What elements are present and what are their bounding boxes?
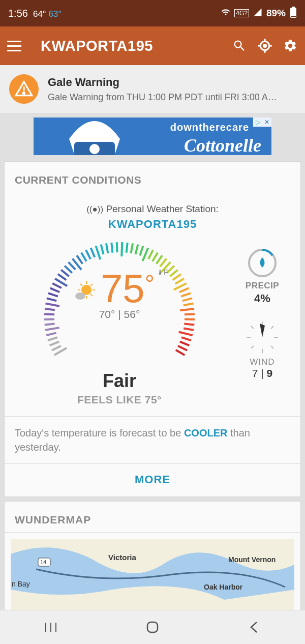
svg-line-90 bbox=[271, 326, 273, 329]
ad-brand: Cottonelle bbox=[184, 135, 261, 155]
wind-value: 7 | 9 bbox=[229, 367, 295, 379]
warning-icon bbox=[9, 74, 39, 104]
svg-line-51 bbox=[157, 255, 162, 264]
signal-icon bbox=[253, 8, 262, 19]
svg-line-70 bbox=[180, 342, 190, 345]
status-time: 1:56 bbox=[8, 8, 28, 19]
adchoices-icon[interactable]: ▷ bbox=[253, 118, 262, 127]
svg-line-71 bbox=[178, 346, 187, 350]
ad-controls[interactable]: ▷✕ bbox=[253, 118, 271, 127]
svg-line-88 bbox=[251, 326, 254, 329]
svg-line-39 bbox=[101, 245, 104, 254]
svg-line-42 bbox=[117, 242, 117, 252]
svg-line-69 bbox=[181, 337, 191, 340]
wundermap-heading: WUNDERMAP bbox=[5, 502, 300, 533]
wundermap-card: WUNDERMAP 14 Victoria Mount Vernon Oak H… bbox=[4, 501, 301, 610]
svg-text:Mount Vernon: Mount Vernon bbox=[228, 555, 276, 564]
svg-line-80 bbox=[90, 284, 93, 286]
pws-name[interactable]: KWAPORTA195 bbox=[5, 218, 300, 231]
more-button[interactable]: MORE bbox=[5, 463, 300, 496]
svg-point-10 bbox=[23, 92, 24, 94]
svg-line-41 bbox=[111, 243, 112, 253]
svg-line-44 bbox=[127, 243, 128, 253]
svg-line-72 bbox=[176, 350, 185, 355]
back-button[interactable] bbox=[247, 620, 262, 635]
conditions-heading: CURRENT CONDITIONS bbox=[5, 162, 300, 193]
temp-unit: 🌡F bbox=[157, 269, 168, 276]
svg-line-16 bbox=[48, 337, 57, 340]
alert-text: Gale Warning Gale Warning from THU 1:00 … bbox=[48, 76, 282, 103]
svg-line-52 bbox=[160, 258, 166, 267]
high-low: 70° | 56° bbox=[33, 308, 206, 320]
alert-title: Gale Warning bbox=[48, 76, 282, 89]
system-nav-bar bbox=[0, 610, 305, 644]
svg-text:Victoria: Victoria bbox=[108, 553, 136, 562]
svg-line-43 bbox=[121, 242, 122, 256]
svg-line-40 bbox=[106, 243, 108, 253]
svg-point-12 bbox=[89, 144, 100, 154]
svg-rect-1 bbox=[292, 7, 295, 8]
locate-icon[interactable] bbox=[257, 38, 272, 53]
svg-rect-2 bbox=[291, 16, 296, 17]
svg-line-50 bbox=[152, 252, 158, 261]
current-temp: 75° 🌡F bbox=[101, 269, 168, 308]
ad-headline: downtherecare bbox=[170, 122, 249, 133]
ad-image bbox=[64, 118, 125, 155]
ad-close-icon[interactable]: ✕ bbox=[262, 118, 271, 127]
precip-value: 4% bbox=[229, 292, 295, 305]
svg-point-4 bbox=[264, 45, 266, 47]
search-icon[interactable] bbox=[232, 38, 247, 53]
menu-button[interactable] bbox=[7, 41, 27, 51]
gear-icon[interactable] bbox=[283, 38, 298, 53]
svg-line-36 bbox=[86, 250, 90, 259]
svg-line-45 bbox=[131, 243, 133, 253]
svg-line-66 bbox=[184, 324, 194, 325]
svg-line-49 bbox=[148, 250, 153, 259]
precip-label: PRECIP bbox=[229, 281, 295, 291]
svg-line-68 bbox=[179, 332, 193, 335]
svg-line-46 bbox=[135, 245, 138, 254]
svg-line-78 bbox=[80, 284, 82, 286]
svg-line-14 bbox=[52, 346, 61, 350]
wind-dial bbox=[245, 319, 280, 355]
svg-text:Oak Harbor: Oak Harbor bbox=[204, 583, 243, 591]
svg-line-18 bbox=[45, 328, 59, 330]
svg-line-67 bbox=[184, 328, 194, 330]
wundermap[interactable]: 14 Victoria Mount Vernon Oak Harbor n Ba… bbox=[11, 539, 294, 610]
temperature-gauge: 75° 🌡F 70° | 56° bbox=[33, 236, 206, 368]
svg-point-82 bbox=[75, 292, 85, 300]
svg-line-91 bbox=[251, 346, 254, 348]
network-label: 4G? bbox=[234, 9, 249, 17]
recents-button[interactable] bbox=[43, 620, 58, 635]
svg-line-35 bbox=[81, 252, 86, 261]
feels-like: FEELS LIKE 75° bbox=[77, 394, 162, 406]
svg-text:n Bay: n Bay bbox=[12, 580, 30, 588]
svg-text:14: 14 bbox=[40, 559, 46, 565]
alert-subtitle: Gale Warning from THU 1:00 PM PDT until … bbox=[48, 92, 282, 103]
page-title: KWAPORTA195 bbox=[41, 38, 232, 54]
svg-line-79 bbox=[90, 294, 93, 296]
svg-line-34 bbox=[77, 255, 82, 264]
home-button[interactable] bbox=[145, 620, 160, 635]
sun-icon bbox=[71, 280, 99, 307]
precip-gauge bbox=[247, 247, 278, 279]
status-temps: 64° 63° bbox=[33, 9, 62, 19]
forecast-note: Today's temperature is forecast to be CO… bbox=[5, 417, 300, 463]
status-right: 4G? 89% bbox=[221, 7, 297, 20]
ad-banner[interactable]: downtherecare Cottonelle ▷✕ bbox=[34, 118, 271, 155]
svg-line-47 bbox=[140, 246, 143, 255]
svg-line-48 bbox=[143, 248, 148, 261]
svg-line-15 bbox=[50, 342, 59, 345]
wind-label: WIND bbox=[229, 357, 295, 367]
svg-line-37 bbox=[91, 248, 95, 257]
svg-line-38 bbox=[96, 246, 101, 259]
svg-line-17 bbox=[46, 333, 56, 335]
status-bar: 1:56 64° 63° 4G? 89% bbox=[0, 0, 305, 26]
current-conditions-card: CURRENT CONDITIONS ((●)) Personal Weathe… bbox=[4, 161, 301, 497]
app-bar: KWAPORTA195 bbox=[0, 26, 305, 65]
sky-condition: Fair bbox=[103, 370, 136, 392]
weather-alert[interactable]: Gale Warning Gale Warning from THU 1:00 … bbox=[0, 65, 305, 113]
svg-line-19 bbox=[45, 324, 55, 325]
battery-percent: 89% bbox=[266, 8, 286, 19]
pws-label: ((●)) Personal Weather Station: bbox=[5, 203, 300, 215]
